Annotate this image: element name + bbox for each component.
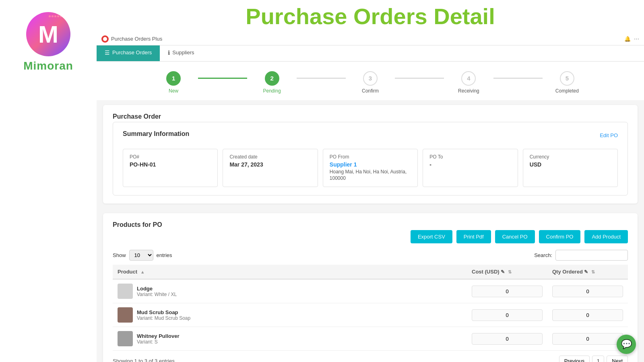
products-section: Products for PO Export CSV Print Pdf Can…	[103, 213, 638, 362]
summary-created-date: Created date Mar 27, 2023	[223, 149, 318, 187]
qty-input-mud-scrub[interactable]	[552, 309, 623, 321]
search-label: Search:	[534, 252, 552, 258]
app-bar-right: 🔔 ⋯	[624, 36, 639, 42]
more-icon[interactable]: ⋯	[634, 36, 639, 42]
tab-purchase-orders[interactable]: ☰ Purchase Orders	[97, 45, 160, 61]
pagination-info: Showing 1 to 3 of 3 entries	[113, 358, 175, 362]
app-bar-name: Purchase Orders Plus	[111, 36, 162, 42]
summary-grid: PO# PO-HN-01 Created date Mar 27, 2023 P…	[123, 149, 618, 187]
step-receiving: 4 Receiving	[444, 71, 493, 94]
step-circle-new: 1	[166, 71, 181, 86]
stepper: 1 New 2 Pending 3 Confirm 4	[149, 71, 592, 94]
summary-currency: Currency USD	[523, 149, 618, 187]
table-header-row: Product ▲ Cost (USD) ✎ ⇅ Qty Ordered ✎ ⇅	[113, 265, 628, 279]
add-product-button[interactable]: Add Product	[584, 230, 628, 243]
cost-cell-whitney	[467, 327, 547, 351]
summary-po-to: PO To -	[423, 149, 518, 187]
suppliers-icon: ℹ	[168, 49, 170, 56]
bell-icon[interactable]: 🔔	[624, 36, 631, 42]
entries-label: entries	[157, 252, 172, 258]
step-confirm: 3 Confirm	[346, 71, 395, 94]
summary-po-number: PO# PO-HN-01	[123, 149, 218, 187]
edit-icon-cost: ✎	[501, 269, 505, 275]
label-created-date: Created date	[229, 154, 311, 160]
page-title-bar: Purchase Orders Detail	[97, 0, 644, 33]
cost-input-lodge[interactable]	[472, 286, 543, 297]
sort-icon-product: ▲	[140, 269, 145, 274]
tab-purchase-orders-label: Purchase Orders	[112, 49, 152, 56]
col-product[interactable]: Product ▲	[113, 265, 467, 279]
step-label-completed: Completed	[555, 88, 579, 94]
confirm-po-button[interactable]: Confirm PO	[539, 230, 581, 243]
qty-input-lodge[interactable]	[552, 286, 623, 297]
pagination-prev-button[interactable]: Previous	[559, 356, 590, 362]
step-completed: 5 Completed	[543, 71, 592, 94]
col-qty-ordered[interactable]: Qty Ordered ✎ ⇅	[547, 265, 628, 279]
step-pending: 2 Pending	[247, 71, 296, 94]
pagination-current-page: 1	[592, 356, 604, 362]
connector-1-2	[198, 78, 247, 79]
entries-select[interactable]: 10 25 50 100	[129, 250, 153, 261]
main-content: Purchase Orders Detail Purchase Orders P…	[97, 0, 644, 362]
pagination-controls: Previous 1 Next	[559, 356, 628, 362]
connector-3-4	[395, 78, 444, 79]
edit-po-link[interactable]: Edit PO	[600, 132, 618, 138]
cost-cell-lodge	[467, 279, 547, 303]
sub-po-from: Hoang Mai, Ha Noi, Ha Noi, Austria, 1000…	[330, 169, 411, 182]
cancel-po-button[interactable]: Cancel PO	[495, 230, 535, 243]
chat-icon: 💬	[621, 339, 632, 350]
tab-suppliers[interactable]: ℹ Suppliers	[160, 45, 202, 61]
label-currency: Currency	[530, 154, 611, 160]
product-variant-lodge: Variant: White / XL	[137, 292, 177, 297]
qty-input-whitney[interactable]	[552, 333, 623, 345]
products-table: Product ▲ Cost (USD) ✎ ⇅ Qty Ordered ✎ ⇅	[113, 265, 628, 351]
products-action-buttons: Export CSV Print Pdf Cancel PO Confirm P…	[113, 230, 628, 243]
app-bar: Purchase Orders Plus 🔔 ⋯	[97, 33, 644, 45]
label-po-from: PO From	[330, 154, 411, 160]
export-csv-button[interactable]: Export CSV	[411, 230, 452, 243]
pagination-next-button[interactable]: Next	[607, 356, 628, 362]
summary-info-title: Summary Information	[123, 130, 189, 138]
step-new: 1 New	[149, 71, 198, 94]
value-created-date: Mar 27, 2023	[229, 161, 311, 168]
qty-cell-whitney	[547, 327, 628, 351]
connector-2-3	[297, 78, 346, 79]
product-thumb-lodge	[118, 284, 133, 299]
step-label-confirm: Confirm	[362, 88, 379, 94]
logo-container: M Mimoran	[23, 12, 73, 72]
stepper-container: 1 New 2 Pending 3 Confirm 4	[97, 62, 644, 100]
label-po-to: PO To	[429, 154, 511, 160]
cost-input-mud-scrub[interactable]	[472, 309, 543, 321]
sidebar: M Mimoran	[0, 0, 97, 362]
table-row: Lodge Variant: White / XL	[113, 279, 628, 303]
value-po-from[interactable]: Supplier 1	[330, 161, 411, 168]
print-pdf-button[interactable]: Print Pdf	[456, 230, 491, 243]
page-title: Purchase Orders Detail	[113, 4, 628, 29]
connector-4-5	[493, 78, 543, 79]
summary-info-card: Summary Information Edit PO PO# PO-HN-01…	[113, 122, 628, 196]
chat-button[interactable]: 💬	[617, 335, 636, 354]
logo-letter: M	[38, 21, 58, 48]
show-entries: Show 10 25 50 100 entries	[113, 250, 172, 261]
cost-input-whitney[interactable]	[472, 333, 543, 345]
col-cost-usd[interactable]: Cost (USD) ✎ ⇅	[467, 265, 547, 279]
step-label-new: New	[169, 88, 178, 94]
label-po-number: PO#	[130, 154, 211, 160]
sort-icon-cost: ⇅	[508, 269, 512, 274]
table-controls: Show 10 25 50 100 entries Search:	[113, 250, 628, 261]
nav-tabs: ☰ Purchase Orders ℹ Suppliers	[97, 45, 644, 62]
summary-po-from: PO From Supplier 1 Hoang Mai, Ha Noi, Ha…	[323, 149, 418, 187]
value-po-to: -	[429, 161, 511, 168]
product-cell-whitney: Whitney Pullover Variant: S	[113, 327, 467, 351]
step-circle-pending: 2	[265, 71, 279, 86]
purchase-order-section: Purchase Order Summary Information Edit …	[103, 105, 638, 204]
qty-cell-mud-scrub	[547, 303, 628, 327]
value-currency: USD	[530, 161, 611, 168]
product-cell-lodge: Lodge Variant: White / XL	[113, 279, 467, 303]
search-input[interactable]	[555, 250, 628, 261]
product-cell-mud-scrub: Mud Scrub Soap Variant: Mud Scrub Soap	[113, 303, 467, 327]
sort-icon-qty: ⇅	[591, 269, 595, 274]
value-po-number: PO-HN-01	[130, 161, 211, 168]
product-thumb-whitney	[118, 331, 133, 346]
product-variant-whitney: Variant: S	[137, 339, 179, 345]
